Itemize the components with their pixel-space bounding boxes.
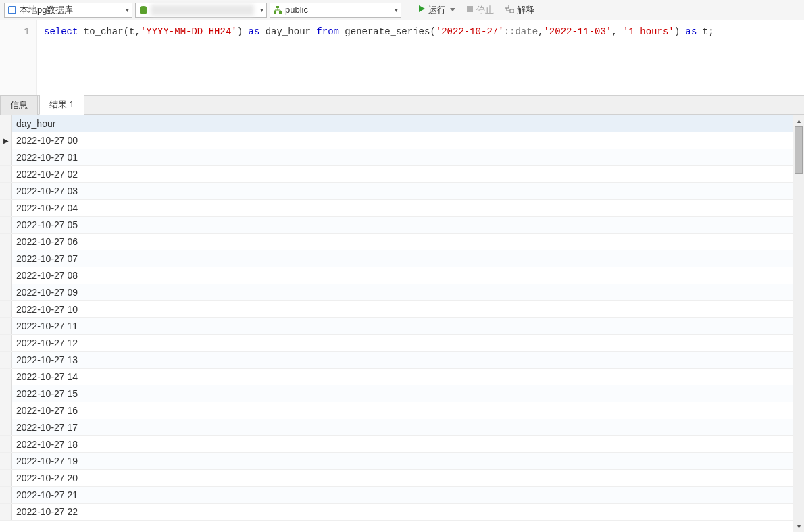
cell-day-hour[interactable]: 2022-10-27 10 <box>12 301 299 317</box>
row-indicator[interactable] <box>0 217 12 233</box>
database-dropdown[interactable]: ▾ <box>135 3 267 18</box>
scroll-thumb[interactable] <box>795 126 803 174</box>
run-button[interactable]: 运行 <box>413 3 459 18</box>
cell-day-hour[interactable]: 2022-10-27 18 <box>12 436 299 452</box>
table-row[interactable]: 2022-10-27 06 <box>0 234 793 250</box>
table-row[interactable]: 2022-10-27 18 <box>0 436 793 453</box>
table-row[interactable]: 2022-10-27 12 <box>0 335 793 352</box>
explain-button[interactable]: 解释 <box>501 3 538 18</box>
run-label: 运行 <box>428 4 446 16</box>
cell-day-hour[interactable]: 2022-10-27 05 <box>12 217 299 233</box>
connection-dropdown[interactable]: 本地pg数据库 ▾ <box>4 3 132 18</box>
play-icon <box>418 5 426 15</box>
grid-header: day_hour <box>0 115 793 132</box>
cell-day-hour[interactable]: 2022-10-27 16 <box>12 402 299 419</box>
explain-label: 解释 <box>517 4 534 16</box>
cell-day-hour[interactable]: 2022-10-27 17 <box>12 419 299 435</box>
row-indicator[interactable] <box>0 267 12 284</box>
cell-day-hour[interactable]: 2022-10-27 14 <box>12 369 299 385</box>
table-row[interactable]: 2022-10-27 15 <box>0 385 793 402</box>
row-indicator[interactable] <box>0 183 12 199</box>
table-row[interactable]: 2022-10-27 19 <box>0 453 793 470</box>
cell-day-hour[interactable]: 2022-10-27 11 <box>12 318 299 334</box>
svg-rect-5 <box>276 6 279 8</box>
cell-day-hour[interactable]: 2022-10-27 06 <box>12 234 299 250</box>
results-grid[interactable]: day_hour ▶2022-10-27 002022-10-27 012022… <box>0 115 793 532</box>
row-indicator[interactable] <box>0 250 12 267</box>
sql-code[interactable]: select to_char(t,'YYYY-MM-DD HH24') as d… <box>37 20 804 95</box>
row-indicator[interactable] <box>0 166 12 182</box>
row-indicator[interactable]: ▶ <box>0 132 12 149</box>
row-indicator[interactable] <box>0 149 12 165</box>
table-row[interactable]: 2022-10-27 07 <box>0 250 793 267</box>
schema-name: public <box>285 5 392 15</box>
column-header-day-hour[interactable]: day_hour <box>12 115 299 132</box>
run-dropdown-arrow-icon[interactable] <box>450 8 455 11</box>
cell-day-hour[interactable]: 2022-10-27 03 <box>12 183 299 199</box>
table-row[interactable]: 2022-10-27 21 <box>0 487 793 504</box>
cell-day-hour[interactable]: 2022-10-27 00 <box>12 132 299 149</box>
table-row[interactable]: 2022-10-27 10 <box>0 301 793 318</box>
row-indicator[interactable] <box>0 318 12 334</box>
sql-editor[interactable]: 1 select to_char(t,'YYYY-MM-DD HH24') as… <box>0 20 804 96</box>
cell-day-hour[interactable]: 2022-10-27 15 <box>12 385 299 402</box>
tab-info[interactable]: 信息 <box>0 95 38 115</box>
row-indicator[interactable] <box>0 419 12 435</box>
row-indicator[interactable] <box>0 301 12 317</box>
cell-day-hour[interactable]: 2022-10-27 04 <box>12 200 299 216</box>
table-row[interactable]: 2022-10-27 09 <box>0 284 793 301</box>
table-row[interactable]: 2022-10-27 16 <box>0 402 793 419</box>
row-indicator[interactable] <box>0 385 12 402</box>
results-panel: day_hour ▶2022-10-27 002022-10-27 012022… <box>0 115 804 532</box>
row-indicator[interactable] <box>0 335 12 351</box>
database-icon <box>139 5 148 15</box>
row-indicator[interactable] <box>0 436 12 452</box>
table-row[interactable]: 2022-10-27 11 <box>0 318 793 335</box>
table-row[interactable]: 2022-10-27 14 <box>0 369 793 385</box>
row-indicator[interactable] <box>0 402 12 419</box>
table-row[interactable]: 2022-10-27 01 <box>0 149 793 166</box>
chevron-down-icon: ▾ <box>126 6 129 14</box>
row-indicator[interactable] <box>0 284 12 300</box>
cell-day-hour[interactable]: 2022-10-27 09 <box>12 284 299 300</box>
cell-day-hour[interactable]: 2022-10-27 07 <box>12 250 299 267</box>
table-row[interactable]: 2022-10-27 03 <box>0 183 793 200</box>
cell-day-hour[interactable]: 2022-10-27 01 <box>12 149 299 165</box>
connection-name: 本地pg数据库 <box>20 4 123 16</box>
vertical-scrollbar[interactable]: ▴ ▾ <box>793 115 804 532</box>
table-row[interactable]: 2022-10-27 17 <box>0 419 793 436</box>
cell-day-hour[interactable]: 2022-10-27 02 <box>12 166 299 182</box>
table-row[interactable]: 2022-10-27 08 <box>0 267 793 284</box>
svg-rect-7 <box>279 11 282 14</box>
row-indicator[interactable] <box>0 200 12 216</box>
cell-day-hour[interactable]: 2022-10-27 22 <box>12 504 299 520</box>
cell-day-hour[interactable]: 2022-10-27 12 <box>12 335 299 351</box>
cell-day-hour[interactable]: 2022-10-27 08 <box>12 267 299 284</box>
tab-result-1[interactable]: 结果 1 <box>39 95 84 115</box>
table-row[interactable]: 2022-10-27 04 <box>0 200 793 217</box>
row-indicator[interactable] <box>0 453 12 469</box>
table-row[interactable]: 2022-10-27 13 <box>0 352 793 369</box>
svg-rect-2 <box>9 9 15 11</box>
cell-day-hour[interactable]: 2022-10-27 19 <box>12 453 299 469</box>
table-row[interactable]: 2022-10-27 05 <box>0 217 793 234</box>
row-indicator[interactable] <box>0 487 12 503</box>
cell-day-hour[interactable]: 2022-10-27 13 <box>12 352 299 368</box>
schema-dropdown[interactable]: public ▾ <box>270 3 401 18</box>
row-indicator[interactable] <box>0 234 12 250</box>
cell-day-hour[interactable]: 2022-10-27 20 <box>12 470 299 486</box>
row-indicator[interactable] <box>0 352 12 368</box>
row-indicator[interactable] <box>0 369 12 385</box>
row-indicator[interactable] <box>0 504 12 520</box>
grid-body[interactable]: ▶2022-10-27 002022-10-27 012022-10-27 02… <box>0 132 793 532</box>
scroll-down-arrow-icon[interactable]: ▾ <box>793 521 804 532</box>
table-row[interactable]: 2022-10-27 22 <box>0 504 793 521</box>
table-row[interactable]: 2022-10-27 20 <box>0 470 793 487</box>
svg-rect-9 <box>505 5 509 8</box>
scroll-up-arrow-icon[interactable]: ▴ <box>793 115 804 126</box>
row-indicator[interactable] <box>0 470 12 486</box>
table-row[interactable]: 2022-10-27 02 <box>0 166 793 183</box>
table-row[interactable]: ▶2022-10-27 00 <box>0 132 793 149</box>
cell-day-hour[interactable]: 2022-10-27 21 <box>12 487 299 503</box>
row-indicator-header[interactable] <box>0 115 12 132</box>
